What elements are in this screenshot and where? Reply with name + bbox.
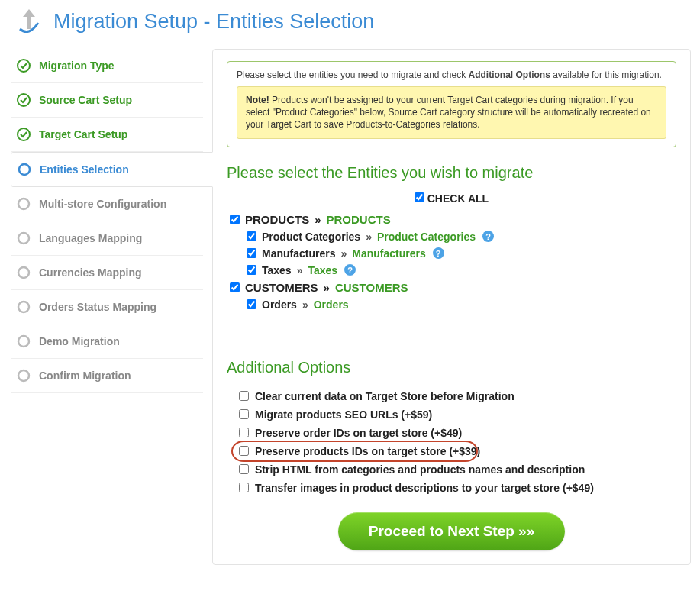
current-step-icon <box>18 163 31 176</box>
pending-step-icon <box>17 300 31 314</box>
pending-step-icon <box>17 231 31 245</box>
option-checkbox[interactable] <box>239 483 249 492</box>
check-all-checkbox[interactable] <box>415 192 424 202</box>
entity-source: Orders <box>262 299 297 311</box>
proceed-wrap: Proceed to Next Step »» <box>227 512 676 550</box>
sidebar-step-label: Target Cart Setup <box>39 128 127 140</box>
entity-sub: Product Categories » Product Categories? <box>247 228 676 245</box>
arrow-icon: » <box>324 281 330 294</box>
arrow-icon: » <box>302 299 308 311</box>
option-row: Preserve order IDs on target store (+$49… <box>239 424 676 442</box>
page-title: Migration Setup - Entities Selection <box>53 10 374 34</box>
entities-list: PRODUCTS » PRODUCTSProduct Categories » … <box>227 211 676 313</box>
svg-point-7 <box>18 302 29 312</box>
entity-checkbox[interactable] <box>247 248 256 258</box>
info-box: Please select the entities you need to m… <box>227 61 676 147</box>
sidebar-step-label: Orders Status Mapping <box>39 301 156 313</box>
entity-label[interactable]: Taxes » Taxes <box>262 264 337 276</box>
pending-step-icon <box>17 266 31 279</box>
entity-target: Taxes <box>308 264 337 276</box>
option-row: Strip HTML from categories and products … <box>239 460 676 479</box>
entity-label[interactable]: Manufacturers » Manufacturers <box>262 247 426 260</box>
svg-point-0 <box>18 60 30 72</box>
option-label[interactable]: Preserve products IDs on target store (+… <box>255 445 480 457</box>
svg-point-6 <box>18 267 29 278</box>
entity-checkbox[interactable] <box>247 265 256 275</box>
arrow-icon: » <box>297 264 303 276</box>
entity-source: Taxes <box>262 264 292 276</box>
help-icon[interactable]: ? <box>433 247 444 259</box>
option-checkbox[interactable] <box>239 409 249 419</box>
info-lead: Please select the entities you need to m… <box>237 69 666 80</box>
sidebar-step[interactable]: Source Cart Setup <box>11 83 203 118</box>
options-section-title: Additional Options <box>227 359 676 376</box>
sidebar-step[interactable]: Demo Migration <box>11 324 203 359</box>
entity-label[interactable]: PRODUCTS » PRODUCTS <box>245 213 391 226</box>
entity-checkbox[interactable] <box>247 299 256 309</box>
info-note: Note! Products won't be assigned to your… <box>237 86 666 139</box>
proceed-button[interactable]: Proceed to Next Step »» <box>338 512 566 550</box>
option-row: Clear current data on Target Store befor… <box>239 387 676 405</box>
option-row: Migrate products SEO URLs (+$59) <box>239 405 676 424</box>
help-icon[interactable]: ? <box>482 231 494 242</box>
sidebar-step-label: Confirm Migration <box>39 370 131 382</box>
wizard-steps-sidebar: Migration TypeSource Cart SetupTarget Ca… <box>11 49 203 393</box>
sidebar-step-label: Currencies Mapping <box>39 266 142 279</box>
option-label[interactable]: Clear current data on Target Store befor… <box>255 390 515 402</box>
entity-label[interactable]: CUSTOMERS » CUSTOMERS <box>245 281 408 294</box>
sidebar-step[interactable]: Migration Type <box>11 49 203 83</box>
option-row: Preserve products IDs on target store (+… <box>239 442 676 460</box>
sidebar-step[interactable]: Orders Status Mapping <box>11 290 203 324</box>
arrow-icon: » <box>366 231 372 243</box>
svg-point-4 <box>18 199 29 209</box>
check-all-label[interactable]: CHECK ALL <box>427 192 489 205</box>
entity-source: PRODUCTS <box>245 213 309 226</box>
option-row: Transfer images in product descriptions … <box>239 479 676 497</box>
page-header: Migration Setup - Entities Selection <box>0 0 700 49</box>
entity-target: PRODUCTS <box>327 213 391 226</box>
pending-step-icon <box>17 197 31 211</box>
option-label[interactable]: Transfer images in product descriptions … <box>255 482 594 494</box>
options-list: Clear current data on Target Store befor… <box>239 387 676 497</box>
sidebar-step-label: Demo Migration <box>39 335 120 347</box>
svg-point-9 <box>18 370 29 381</box>
sidebar-step[interactable]: Entities Selection <box>11 152 213 187</box>
option-label[interactable]: Migrate products SEO URLs (+$59) <box>255 408 432 421</box>
option-label[interactable]: Preserve order IDs on target store (+$49… <box>255 427 462 439</box>
sidebar-step-label: Source Cart Setup <box>39 94 132 106</box>
option-checkbox[interactable] <box>239 464 249 474</box>
entity-source: Manufacturers <box>262 247 335 260</box>
sidebar-step[interactable]: Currencies Mapping <box>11 256 203 290</box>
entity-label[interactable]: Product Categories » Product Categories <box>262 231 476 243</box>
option-checkbox[interactable] <box>239 391 249 401</box>
pending-step-icon <box>17 369 31 383</box>
check-circle-icon <box>17 128 31 141</box>
svg-point-2 <box>18 128 30 140</box>
sidebar-step[interactable]: Confirm Migration <box>11 359 203 393</box>
check-circle-icon <box>17 93 31 107</box>
entity-label[interactable]: Orders » Orders <box>262 299 349 311</box>
svg-point-8 <box>18 336 29 347</box>
sidebar-step-label: Multi-store Configuration <box>39 198 166 210</box>
sidebar-step[interactable]: Multi-store Configuration <box>11 187 203 221</box>
sidebar-step[interactable]: Target Cart Setup <box>11 118 203 152</box>
entity-checkbox[interactable] <box>247 231 256 241</box>
entity-checkbox[interactable] <box>230 215 240 224</box>
entity-checkbox[interactable] <box>230 282 240 292</box>
arrow-icon: » <box>340 247 347 260</box>
pending-step-icon <box>17 334 31 348</box>
svg-point-1 <box>18 94 30 106</box>
sidebar-step[interactable]: Languages Mapping <box>11 221 203 256</box>
entity-source: Product Categories <box>262 231 360 243</box>
option-label[interactable]: Strip HTML from categories and products … <box>255 463 585 476</box>
sidebar-step-label: Migration Type <box>39 60 115 72</box>
sidebar-step-label: Languages Mapping <box>39 232 142 244</box>
entity-sub: Taxes » Taxes? <box>247 262 676 279</box>
entity-sub: Orders » Orders <box>247 296 676 313</box>
entity-target: Manufacturers <box>352 247 425 260</box>
option-checkbox[interactable] <box>239 446 249 456</box>
help-icon[interactable]: ? <box>344 264 356 276</box>
option-checkbox[interactable] <box>239 428 249 437</box>
entity-group: PRODUCTS » PRODUCTS <box>230 211 676 228</box>
svg-point-5 <box>18 233 29 244</box>
